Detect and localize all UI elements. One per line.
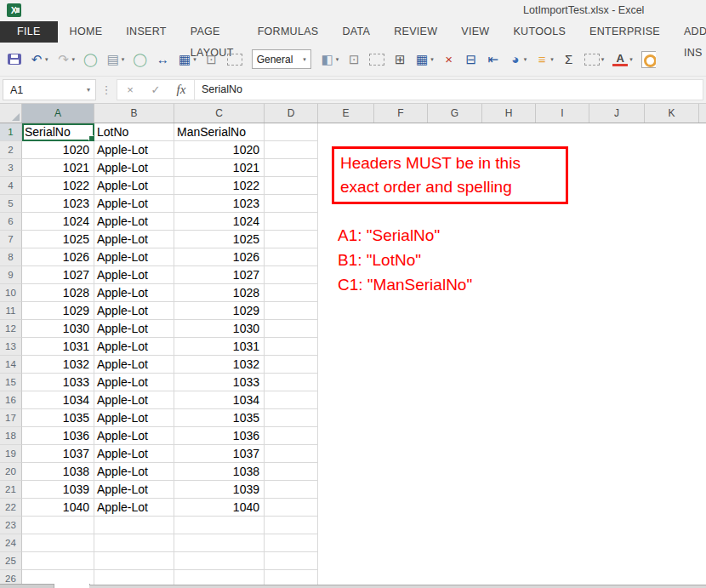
cell-c16[interactable]: 1034 bbox=[174, 391, 265, 409]
sheet-tab[interactable] bbox=[54, 584, 90, 588]
cell-d2[interactable] bbox=[265, 141, 318, 159]
cell-d23[interactable] bbox=[265, 517, 318, 534]
row-header-24[interactable]: 24 bbox=[0, 534, 22, 552]
cell-b22[interactable]: Apple-Lot bbox=[94, 499, 174, 517]
cell-a18[interactable]: 1036 bbox=[22, 427, 94, 445]
select-all-corner[interactable] bbox=[0, 104, 22, 123]
row-header-21[interactable]: 21 bbox=[0, 481, 22, 499]
bar-chart-button[interactable]: ≡▾ bbox=[532, 51, 556, 68]
column-header-i[interactable]: I bbox=[536, 104, 589, 123]
row-header-22[interactable]: 22 bbox=[0, 499, 22, 517]
kutools-record-button[interactable]: ◯ bbox=[81, 51, 100, 68]
dropdown-caret-icon[interactable]: ▾ bbox=[122, 56, 125, 63]
row-header-1[interactable]: 1 bbox=[0, 123, 22, 141]
cell-b21[interactable]: Apple-Lot bbox=[94, 481, 174, 499]
cell-d22[interactable] bbox=[265, 499, 318, 517]
cell-a3[interactable]: 1021 bbox=[22, 159, 94, 177]
cell-c5[interactable]: 1023 bbox=[174, 195, 265, 213]
delete-cells-button[interactable]: × bbox=[440, 51, 458, 68]
row-header-5[interactable]: 5 bbox=[0, 195, 22, 213]
cell-c19[interactable]: 1037 bbox=[174, 445, 265, 463]
column-header-d[interactable]: D bbox=[265, 104, 318, 123]
cell-d18[interactable] bbox=[265, 427, 318, 445]
cell-d5[interactable] bbox=[265, 195, 318, 213]
row-header-3[interactable]: 3 bbox=[0, 159, 22, 177]
cell-d11[interactable] bbox=[265, 302, 318, 320]
column-header-e[interactable]: E bbox=[318, 104, 374, 123]
column-header-b[interactable]: B bbox=[94, 104, 174, 123]
cell-b10[interactable]: Apple-Lot bbox=[94, 284, 174, 302]
cell-a25[interactable] bbox=[22, 552, 94, 570]
cell-b13[interactable]: Apple-Lot bbox=[94, 338, 174, 356]
cell-b9[interactable]: Apple-Lot bbox=[94, 266, 174, 284]
fill-handle[interactable] bbox=[88, 135, 94, 141]
cell-c3[interactable]: 1021 bbox=[174, 159, 265, 177]
cell-c12[interactable]: 1030 bbox=[174, 320, 265, 338]
row-header-20[interactable]: 20 bbox=[0, 463, 22, 481]
cell-c17[interactable]: 1035 bbox=[174, 409, 265, 427]
cell-c7[interactable]: 1025 bbox=[174, 231, 265, 248]
column-header-a[interactable]: A bbox=[22, 104, 94, 123]
column-header-c[interactable]: C bbox=[174, 104, 265, 123]
dashed-square-2-button[interactable] bbox=[367, 52, 387, 67]
cell-c9[interactable]: 1027 bbox=[174, 266, 265, 284]
cell-c14[interactable]: 1032 bbox=[174, 356, 265, 374]
autosum-button[interactable]: Σ bbox=[560, 51, 578, 68]
paste-special-button[interactable]: ▤▾ bbox=[104, 51, 128, 68]
dropdown-caret-icon[interactable]: ▾ bbox=[430, 56, 434, 63]
cell-c13[interactable]: 1031 bbox=[174, 338, 265, 356]
row-header-17[interactable]: 17 bbox=[0, 409, 22, 427]
cell-a1[interactable]: SerialNo bbox=[22, 123, 94, 141]
cell-a20[interactable]: 1038 bbox=[22, 463, 94, 481]
cell-c22[interactable]: 1040 bbox=[174, 499, 265, 517]
tab-view[interactable]: VIEW bbox=[449, 21, 501, 43]
cell-c21[interactable]: 1039 bbox=[174, 481, 265, 499]
cell-d7[interactable] bbox=[265, 231, 318, 248]
cell-d14[interactable] bbox=[265, 356, 318, 374]
cell-a2[interactable]: 1020 bbox=[22, 141, 94, 159]
cell-d3[interactable] bbox=[265, 159, 318, 177]
fill-pattern-button[interactable]: ▾ bbox=[582, 52, 607, 67]
cell-d17[interactable] bbox=[265, 409, 318, 427]
tab-home[interactable]: HOME bbox=[58, 21, 115, 43]
cell-a16[interactable]: 1034 bbox=[22, 391, 94, 409]
cell-c6[interactable]: 1024 bbox=[174, 213, 265, 231]
row-header-2[interactable]: 2 bbox=[0, 141, 22, 159]
cell-a7[interactable]: 1025 bbox=[22, 231, 94, 248]
row-header-23[interactable]: 23 bbox=[0, 517, 22, 534]
kutools-partial-button[interactable] bbox=[639, 49, 658, 70]
cell-d13[interactable] bbox=[265, 338, 318, 356]
row-header-14[interactable]: 14 bbox=[0, 356, 22, 374]
dropdown-caret-icon[interactable]: ▾ bbox=[629, 56, 633, 63]
name-box[interactable]: A1 ▾ bbox=[3, 79, 96, 100]
fill-color-button[interactable]: ◧▾ bbox=[318, 51, 342, 68]
border-outline-button[interactable]: ⊡ bbox=[344, 51, 363, 68]
cell-d21[interactable] bbox=[265, 481, 318, 499]
cell-b5[interactable]: Apple-Lot bbox=[94, 195, 174, 213]
cell-b6[interactable]: Apple-Lot bbox=[94, 213, 174, 231]
cell-d19[interactable] bbox=[265, 445, 318, 463]
cell-b19[interactable]: Apple-Lot bbox=[94, 445, 174, 463]
redo-button[interactable]: ↷▾ bbox=[54, 51, 78, 68]
cell-c10[interactable]: 1028 bbox=[174, 284, 265, 302]
enter-icon[interactable]: ✓ bbox=[143, 83, 168, 96]
kutools-record-2-button[interactable]: ◯ bbox=[130, 51, 150, 68]
dropdown-caret-icon[interactable]: ▾ bbox=[524, 56, 527, 63]
cell-b11[interactable]: Apple-Lot bbox=[94, 302, 174, 320]
row-header-6[interactable]: 6 bbox=[0, 213, 22, 231]
row-header-16[interactable]: 16 bbox=[0, 391, 22, 409]
cell-c4[interactable]: 1022 bbox=[174, 177, 265, 195]
pie-chart-button[interactable]: ◕▾ bbox=[506, 51, 530, 68]
row-header-19[interactable]: 19 bbox=[0, 445, 22, 463]
insert-function-icon[interactable]: fx bbox=[168, 83, 194, 97]
borders-grid-button[interactable]: ▦▾ bbox=[175, 51, 199, 68]
cell-c11[interactable]: 1029 bbox=[174, 302, 265, 320]
row-header-18[interactable]: 18 bbox=[0, 427, 22, 445]
cell-b2[interactable]: Apple-Lot bbox=[94, 141, 174, 159]
cell-c1[interactable]: ManSerialNo bbox=[174, 123, 265, 141]
cell-d9[interactable] bbox=[265, 266, 318, 284]
cell-b16[interactable]: Apple-Lot bbox=[94, 391, 174, 409]
cell-d15[interactable] bbox=[265, 374, 318, 391]
dropdown-caret-icon[interactable]: ▾ bbox=[550, 56, 554, 63]
autofit-width-button[interactable]: ↔ bbox=[153, 51, 172, 68]
